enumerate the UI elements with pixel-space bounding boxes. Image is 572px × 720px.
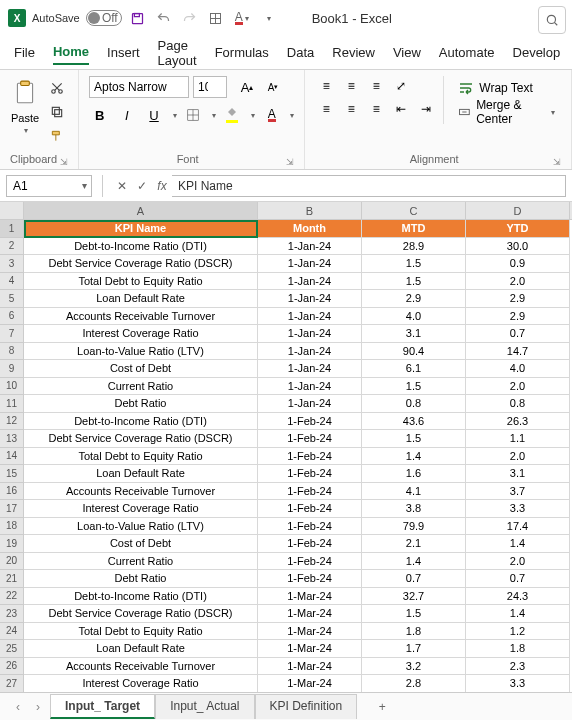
cell[interactable]: 1.6 [362, 465, 466, 483]
fill-color-icon[interactable] [222, 104, 243, 126]
cell[interactable]: 2.8 [362, 675, 466, 693]
cell[interactable]: 2.1 [362, 535, 466, 553]
bold-button[interactable]: B [89, 104, 110, 126]
enter-fx-icon[interactable]: ✓ [132, 175, 152, 197]
cell[interactable]: 1-Feb-24 [258, 430, 362, 448]
ribbon-tab-data[interactable]: Data [287, 41, 314, 64]
cell[interactable]: Debt-to-Income Ratio (DTI) [24, 588, 258, 606]
row-header[interactable]: 20 [0, 553, 24, 571]
ribbon-tab-page-layout[interactable]: Page Layout [158, 34, 197, 72]
cell[interactable]: 0.7 [466, 325, 570, 343]
font-size-select[interactable]: 10 [193, 76, 227, 98]
row-header[interactable]: 8 [0, 343, 24, 361]
format-painter-icon[interactable] [46, 126, 68, 146]
cell[interactable]: 1-Feb-24 [258, 483, 362, 501]
search-box[interactable] [538, 6, 566, 34]
row-header[interactable]: 2 [0, 238, 24, 256]
paste-icon[interactable] [10, 76, 40, 110]
align-left-icon[interactable]: ≡ [315, 99, 337, 119]
cell[interactable]: Debt Service Coverage Ratio (DSCR) [24, 430, 258, 448]
cell[interactable]: 1.4 [362, 553, 466, 571]
undo-icon[interactable] [154, 8, 174, 28]
cell[interactable]: 32.7 [362, 588, 466, 606]
cell[interactable]: Debt-to-Income Ratio (DTI) [24, 413, 258, 431]
row-header[interactable]: 10 [0, 378, 24, 396]
ribbon-tab-view[interactable]: View [393, 41, 421, 64]
cell[interactable]: 1-Jan-24 [258, 290, 362, 308]
grid-icon[interactable] [206, 8, 226, 28]
cell[interactable]: 1-Jan-24 [258, 343, 362, 361]
row-header[interactable]: 19 [0, 535, 24, 553]
font-name-select[interactable]: Aptos Narrow [89, 76, 189, 98]
cell[interactable]: 1.4 [362, 448, 466, 466]
cell[interactable]: 2.0 [466, 553, 570, 571]
row-header[interactable]: 25 [0, 640, 24, 658]
row-header[interactable]: 14 [0, 448, 24, 466]
cell[interactable]: 1.5 [362, 273, 466, 291]
cell[interactable]: 1-Feb-24 [258, 535, 362, 553]
cell[interactable]: 17.4 [466, 518, 570, 536]
cell[interactable]: 1-Feb-24 [258, 570, 362, 588]
cell[interactable]: 79.9 [362, 518, 466, 536]
autosave-toggle[interactable]: Off [86, 10, 122, 26]
cell[interactable]: Loan Default Rate [24, 290, 258, 308]
cell[interactable]: 0.8 [362, 395, 466, 413]
cell[interactable]: 1.4 [466, 605, 570, 623]
cell[interactable]: 3.8 [362, 500, 466, 518]
row-header[interactable]: 22 [0, 588, 24, 606]
cell[interactable]: 6.1 [362, 360, 466, 378]
cell[interactable]: 3.1 [466, 465, 570, 483]
row-header[interactable]: 11 [0, 395, 24, 413]
row-header[interactable]: 6 [0, 308, 24, 326]
cell[interactable]: 3.3 [466, 675, 570, 693]
col-header-D[interactable]: D [466, 202, 570, 219]
row-header[interactable]: 7 [0, 325, 24, 343]
cell[interactable]: 3.3 [466, 500, 570, 518]
row-header[interactable]: 5 [0, 290, 24, 308]
cell[interactable]: 1-Mar-24 [258, 658, 362, 676]
ribbon-tab-insert[interactable]: Insert [107, 41, 140, 64]
cell[interactable]: 4.0 [362, 308, 466, 326]
cell[interactable]: Debt Service Coverage Ratio (DSCR) [24, 605, 258, 623]
cell[interactable]: Interest Coverage Ratio [24, 325, 258, 343]
row-header[interactable]: 1 [0, 220, 24, 238]
cell[interactable]: 2.9 [362, 290, 466, 308]
cancel-fx-icon[interactable]: ✕ [112, 175, 132, 197]
cell[interactable]: 1-Feb-24 [258, 448, 362, 466]
cell[interactable]: 1.5 [362, 378, 466, 396]
cell[interactable]: 1-Jan-24 [258, 238, 362, 256]
cell[interactable]: Cost of Debt [24, 535, 258, 553]
decrease-font-icon[interactable]: A▾ [261, 76, 285, 98]
cell[interactable]: KPI Name [24, 220, 258, 238]
cell[interactable]: 1-Feb-24 [258, 553, 362, 571]
cell[interactable]: 2.0 [466, 448, 570, 466]
cell[interactable]: 1-Mar-24 [258, 605, 362, 623]
cell[interactable]: 1-Feb-24 [258, 500, 362, 518]
cell[interactable]: 1-Mar-24 [258, 623, 362, 641]
cell[interactable]: 1-Mar-24 [258, 675, 362, 693]
cell[interactable]: Loan Default Rate [24, 640, 258, 658]
select-all-corner[interactable] [0, 202, 24, 219]
cell[interactable]: Accounts Receivable Turnover [24, 308, 258, 326]
cell[interactable]: YTD [466, 220, 570, 238]
row-header[interactable]: 13 [0, 430, 24, 448]
copy-icon[interactable] [46, 102, 68, 122]
align-center-icon[interactable]: ≡ [340, 99, 362, 119]
cell[interactable]: Month [258, 220, 362, 238]
merge-center-button[interactable]: Merge & Center▾ [452, 100, 561, 124]
cell[interactable]: 1.5 [362, 430, 466, 448]
qat-overflow-icon[interactable]: ▾ [258, 8, 278, 28]
cell[interactable]: 3.2 [362, 658, 466, 676]
cell[interactable]: Loan-to-Value Ratio (LTV) [24, 518, 258, 536]
ribbon-tab-review[interactable]: Review [332, 41, 375, 64]
cell[interactable]: 0.7 [362, 570, 466, 588]
cell[interactable]: 1.1 [466, 430, 570, 448]
underline-button[interactable]: U [143, 104, 164, 126]
cell[interactable]: 1-Jan-24 [258, 273, 362, 291]
row-header[interactable]: 3 [0, 255, 24, 273]
cell[interactable]: 1-Jan-24 [258, 395, 362, 413]
cell[interactable]: Cost of Debt [24, 360, 258, 378]
font-color-qa-icon[interactable]: A▾ [232, 8, 252, 28]
cell[interactable]: 4.1 [362, 483, 466, 501]
cell[interactable]: 4.0 [466, 360, 570, 378]
